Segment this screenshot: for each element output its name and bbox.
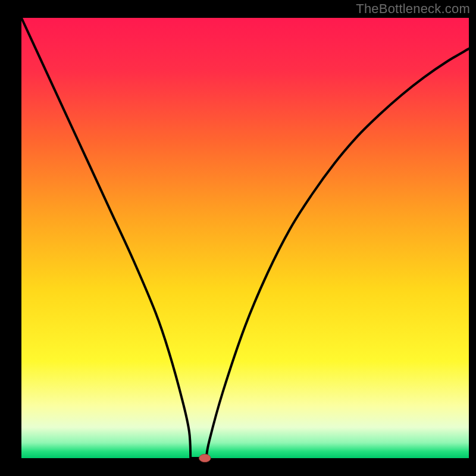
bottleneck-curve-chart <box>0 0 476 476</box>
watermark-text: TheBottleneck.com <box>356 1 470 17</box>
optimal-point-marker <box>199 454 211 462</box>
chart-frame: TheBottleneck.com <box>0 0 476 476</box>
plot-background <box>21 18 469 458</box>
